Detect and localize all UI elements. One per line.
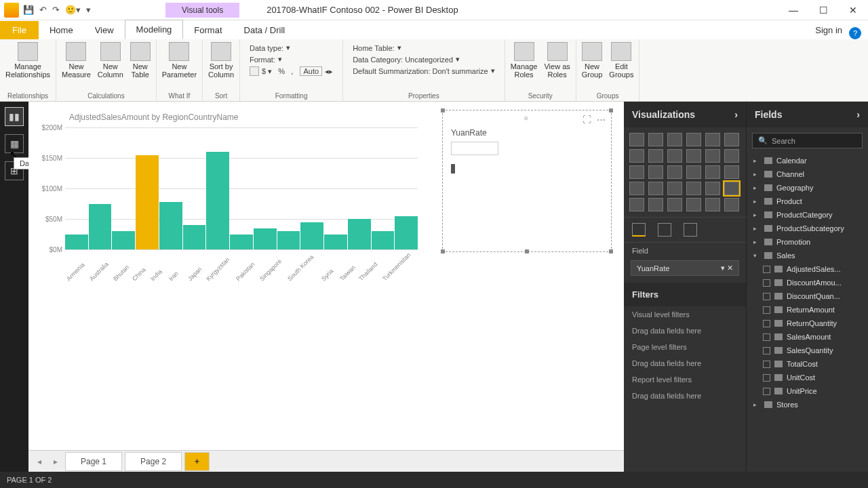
field-salesquantity[interactable]: SalesQuantity <box>747 344 868 357</box>
close-button[interactable]: ✕ <box>838 0 868 20</box>
tab-view[interactable]: View <box>84 21 125 39</box>
filter-row[interactable]: Drag data fields here <box>624 355 746 371</box>
viz-type-10[interactable] <box>705 149 720 163</box>
viz-type-2[interactable] <box>667 133 682 146</box>
viz-type-18[interactable] <box>629 182 644 195</box>
file-menu[interactable]: File <box>0 21 39 39</box>
focus-mode-icon[interactable]: ⛶ <box>583 115 591 125</box>
viz-type-15[interactable] <box>686 165 701 179</box>
edit-groups-button[interactable]: Edit Groups <box>609 42 633 79</box>
viz-type-13[interactable] <box>648 165 663 179</box>
viz-type-0[interactable] <box>629 133 644 146</box>
viz-type-8[interactable] <box>667 149 682 163</box>
table-productsubcategory[interactable]: ProductSubcategory <box>747 222 868 235</box>
table-promotion[interactable]: Promotion <box>747 235 868 249</box>
filter-row[interactable]: Drag data fields here <box>624 388 746 404</box>
new-measure-button[interactable]: New Measure <box>62 42 91 79</box>
bar-india[interactable] <box>159 202 182 249</box>
table-calendar[interactable]: Calendar <box>747 154 868 167</box>
table-channel[interactable]: Channel <box>747 167 868 181</box>
viz-type-14[interactable] <box>667 165 682 179</box>
help-icon[interactable]: ? <box>849 27 861 39</box>
field-adjustedsales[interactable]: AdjustedSales... <box>747 262 868 276</box>
new-group-button[interactable]: New Group <box>582 42 603 79</box>
page-next-button[interactable]: ▸ <box>49 457 62 466</box>
bar-iran[interactable] <box>183 225 206 249</box>
bar-chart[interactable]: $200M$150M$100M$50M$0M ArmeniaAustraliaB… <box>65 127 418 277</box>
page-tab-2[interactable]: Page 2 <box>125 452 182 471</box>
slicer-slider[interactable] <box>451 165 611 173</box>
field-unitcost[interactable]: UnitCost <box>747 371 868 384</box>
table-sales[interactable]: Sales <box>747 249 868 262</box>
field-returnamount[interactable]: ReturnAmount <box>747 303 868 317</box>
analytics-tab-icon[interactable] <box>684 223 697 237</box>
bar-bhutan[interactable] <box>112 231 135 249</box>
new-parameter-button[interactable]: New Parameter <box>162 42 197 79</box>
bar-china[interactable] <box>136 155 159 250</box>
tab-data-drill[interactable]: Data / Drill <box>233 21 296 39</box>
bar-kyrgyzstan[interactable] <box>230 235 253 250</box>
filter-row[interactable]: Page level filters <box>624 339 746 355</box>
filter-row[interactable]: Drag data fields here <box>624 323 746 339</box>
viz-type-19[interactable] <box>648 182 663 195</box>
table-stores[interactable]: Stores <box>747 398 868 411</box>
viz-type-16[interactable] <box>705 165 720 179</box>
filter-row[interactable]: Report level filters <box>624 371 746 388</box>
fields-tab-icon[interactable] <box>632 223 646 237</box>
viz-type-11[interactable] <box>724 149 739 163</box>
qat-more-icon[interactable]: ▾ <box>86 5 91 15</box>
bar-syria[interactable] <box>324 235 347 250</box>
viz-type-9[interactable] <box>686 149 701 163</box>
minimize-button[interactable]: — <box>778 0 808 20</box>
field-returnquantity[interactable]: ReturnQuantity <box>747 317 868 330</box>
remove-field-icon[interactable]: ✕ <box>727 264 733 272</box>
viz-type-26[interactable] <box>667 198 682 211</box>
viz-type-1[interactable] <box>648 133 663 146</box>
viz-type-23[interactable] <box>724 182 739 195</box>
new-column-button[interactable]: New Column <box>98 42 123 79</box>
new-table-button[interactable]: New Table <box>130 42 151 79</box>
sign-in-link[interactable]: Sign in <box>808 21 849 39</box>
drag-handle-icon[interactable]: ≡ <box>524 115 530 122</box>
field-well-value[interactable]: YuanRate ▾ ✕ <box>631 260 739 276</box>
tab-format[interactable]: Format <box>183 21 233 39</box>
viz-type-4[interactable] <box>705 133 720 146</box>
report-view-button[interactable]: ▮▮ <box>5 107 24 126</box>
viz-type-21[interactable] <box>686 182 701 195</box>
bar-turkmenistan[interactable] <box>395 216 418 250</box>
field-discountquan[interactable]: DiscountQuan... <box>747 289 868 303</box>
maximize-button[interactable]: ☐ <box>808 0 838 20</box>
viz-type-20[interactable] <box>667 182 682 195</box>
viz-type-27[interactable] <box>686 198 701 211</box>
bar-armenia[interactable] <box>65 235 88 250</box>
view-as-roles-button[interactable]: View as Roles <box>544 42 570 79</box>
table-product[interactable]: Product <box>747 195 868 208</box>
viz-type-24[interactable] <box>629 198 644 211</box>
viz-type-25[interactable] <box>648 198 663 211</box>
field-totalcost[interactable]: TotalCost <box>747 357 868 371</box>
viz-type-28[interactable] <box>705 198 720 211</box>
bar-pakistan[interactable] <box>254 228 277 250</box>
slicer-value-input[interactable] <box>451 142 498 155</box>
bar-singapore[interactable] <box>277 231 300 249</box>
report-canvas[interactable]: AdjustedSalesAmount by RegionCountryName… <box>28 102 624 472</box>
chevron-right-icon[interactable]: › <box>734 109 738 120</box>
bar-thailand[interactable] <box>372 231 395 249</box>
viz-type-17[interactable] <box>724 165 739 179</box>
tab-modeling[interactable]: Modeling <box>125 20 184 39</box>
bar-taiwan[interactable] <box>348 219 371 249</box>
table-productcategory[interactable]: ProductCategory <box>747 208 868 222</box>
undo-icon[interactable]: ↶ <box>39 5 47 15</box>
tab-home[interactable]: Home <box>39 21 84 39</box>
fields-search[interactable]: 🔍 Search <box>752 133 863 148</box>
field-discountamou[interactable]: DiscountAmou... <box>747 276 868 289</box>
viz-type-29[interactable] <box>724 198 739 211</box>
page-prev-button[interactable]: ◂ <box>33 457 46 466</box>
manage-relationships-button[interactable]: Manage Relationships <box>5 42 50 79</box>
visualizations-header[interactable]: Visualizations› <box>624 102 746 127</box>
field-unitprice[interactable]: UnitPrice <box>747 384 868 398</box>
page-tab-1[interactable]: Page 1 <box>65 452 122 471</box>
save-icon[interactable]: 💾 <box>23 5 34 15</box>
bar-japan[interactable] <box>206 152 229 249</box>
filter-row[interactable]: Visual level filters <box>624 306 746 323</box>
